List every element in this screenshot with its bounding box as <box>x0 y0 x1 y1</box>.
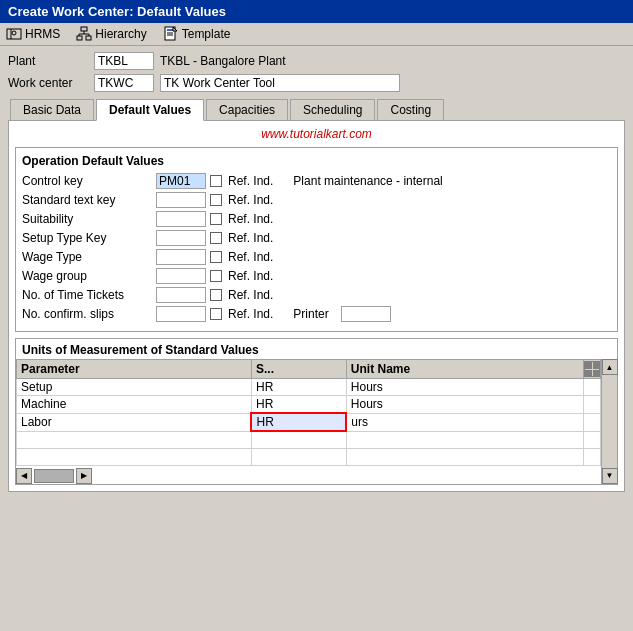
time-tickets-ref-ind: Ref. Ind. <box>228 288 273 302</box>
hierarchy-icon <box>76 26 92 42</box>
suitability-checkbox[interactable] <box>210 213 222 225</box>
wage-group-ref-ind: Ref. Ind. <box>228 269 273 283</box>
control-key-checkbox[interactable] <box>210 175 222 187</box>
setup-type-input[interactable] <box>156 230 206 246</box>
row-setup-empty <box>584 379 601 396</box>
row-machine-empty <box>584 396 601 414</box>
plant-label: Plant <box>8 54 88 68</box>
template-icon <box>163 26 179 42</box>
op-row-confirm-slips: No. confirm. slips Ref. Ind. Printer <box>22 306 611 322</box>
template-label: Template <box>182 27 231 41</box>
uom-grid-icon-header[interactable] <box>584 360 601 379</box>
empty-row-2-extra <box>584 448 601 465</box>
hierarchy-label: Hierarchy <box>95 27 146 41</box>
row-setup-parameter: Setup <box>17 379 252 396</box>
tabs-row: Basic Data Default Values Capacities Sch… <box>8 98 625 120</box>
wage-type-label: Wage Type <box>22 250 152 264</box>
suitability-input[interactable] <box>156 211 206 227</box>
uom-table-wrapper: Parameter S... Unit Name <box>16 359 617 484</box>
confirm-slips-label: No. confirm. slips <box>22 307 152 321</box>
confirm-slips-input[interactable] <box>156 306 206 322</box>
op-row-suitability: Suitability Ref. Ind. <box>22 211 611 227</box>
empty-row-2-s <box>251 448 346 465</box>
uom-table: Parameter S... Unit Name <box>16 359 601 466</box>
uom-section: Units of Measurement of Standard Values … <box>15 338 618 485</box>
plant-description: TKBL - Bangalore Plant <box>160 54 286 68</box>
control-key-input[interactable] <box>156 173 206 189</box>
uom-table-scroll-area: Parameter S... Unit Name <box>16 359 601 484</box>
work-center-label: Work center <box>8 76 88 90</box>
std-text-ref-ind: Ref. Ind. <box>228 193 273 207</box>
confirm-slips-checkbox[interactable] <box>210 308 222 320</box>
std-text-checkbox[interactable] <box>210 194 222 206</box>
uom-table-header: Parameter S... Unit Name <box>17 360 601 379</box>
wage-type-input[interactable] <box>156 249 206 265</box>
tab-default-values[interactable]: Default Values <box>96 99 204 121</box>
toolbar-template[interactable]: Template <box>163 26 231 42</box>
work-center-input[interactable] <box>94 74 154 92</box>
suitability-ref-ind: Ref. Ind. <box>228 212 273 226</box>
hrms-label: HRMS <box>25 27 60 41</box>
toolbar-hierarchy[interactable]: Hierarchy <box>76 26 146 42</box>
wage-group-input[interactable] <box>156 268 206 284</box>
table-row: Machine HR Hours <box>17 396 601 414</box>
std-text-label: Standard text key <box>22 193 152 207</box>
time-tickets-input[interactable] <box>156 287 206 303</box>
empty-row-1-s <box>251 431 346 448</box>
tab-basic-data[interactable]: Basic Data <box>10 99 94 121</box>
scroll-right-button[interactable]: ▶ <box>76 468 92 484</box>
table-row: Labor HR urs <box>17 413 601 431</box>
tab-costing[interactable]: Costing <box>377 99 444 121</box>
empty-row-1-param <box>17 431 252 448</box>
scroll-left-button[interactable]: ◀ <box>16 468 32 484</box>
svg-point-2 <box>12 31 16 35</box>
time-tickets-label: No. of Time Tickets <box>22 288 152 302</box>
toolbar-hrms[interactable]: HRMS <box>6 26 60 42</box>
op-row-time-tickets: No. of Time Tickets Ref. Ind. <box>22 287 611 303</box>
std-text-input[interactable] <box>156 192 206 208</box>
printer-input[interactable] <box>341 306 391 322</box>
watermark: www.tutorialkart.com <box>15 127 618 141</box>
work-center-row: Work center <box>8 74 625 92</box>
uom-col-parameter: Parameter <box>17 360 252 379</box>
op-row-control-key: Control key Ref. Ind. Plant maintenance … <box>22 173 611 189</box>
wage-type-checkbox[interactable] <box>210 251 222 263</box>
vertical-scrollbar: ▲ ▼ <box>601 359 617 484</box>
uom-title: Units of Measurement of Standard Values <box>16 339 617 359</box>
setup-type-ref-ind: Ref. Ind. <box>228 231 273 245</box>
op-row-std-text: Standard text key Ref. Ind. <box>22 192 611 208</box>
uom-col-s: S... <box>251 360 346 379</box>
tab-scheduling[interactable]: Scheduling <box>290 99 375 121</box>
time-tickets-checkbox[interactable] <box>210 289 222 301</box>
row-setup-unit: Hours <box>346 379 583 396</box>
plant-input[interactable] <box>94 52 154 70</box>
scroll-horizontal-thumb[interactable] <box>34 469 74 483</box>
wage-group-checkbox[interactable] <box>210 270 222 282</box>
row-labor-s[interactable]: HR <box>251 413 346 431</box>
tab-capacities[interactable]: Capacities <box>206 99 288 121</box>
setup-type-checkbox[interactable] <box>210 232 222 244</box>
row-machine-s: HR <box>251 396 346 414</box>
work-center-desc-input[interactable] <box>160 74 400 92</box>
op-row-wage-type: Wage Type Ref. Ind. <box>22 249 611 265</box>
setup-type-label: Setup Type Key <box>22 231 152 245</box>
empty-row-2-param <box>17 448 252 465</box>
empty-row-2-unit <box>346 448 583 465</box>
table-row <box>17 448 601 465</box>
scroll-up-button[interactable]: ▲ <box>602 359 618 375</box>
hrms-icon <box>6 26 22 42</box>
suitability-label: Suitability <box>22 212 152 226</box>
row-labor-unit: urs <box>346 413 583 431</box>
grid-icon[interactable] <box>584 361 600 377</box>
row-labor-empty <box>584 413 601 431</box>
toolbar: HRMS Hierarchy Template <box>0 23 633 46</box>
scroll-down-button[interactable]: ▼ <box>602 468 618 484</box>
table-row: Setup HR Hours <box>17 379 601 396</box>
svg-rect-5 <box>86 36 91 40</box>
svg-rect-3 <box>81 27 87 31</box>
uom-col-unit-name: Unit Name <box>346 360 583 379</box>
op-row-setup-type: Setup Type Key Ref. Ind. <box>22 230 611 246</box>
tab-content: www.tutorialkart.com Operation Default V… <box>8 120 625 492</box>
horizontal-scrollbar: ◀ ▶ <box>16 468 601 484</box>
op-defaults-title: Operation Default Values <box>22 154 611 168</box>
